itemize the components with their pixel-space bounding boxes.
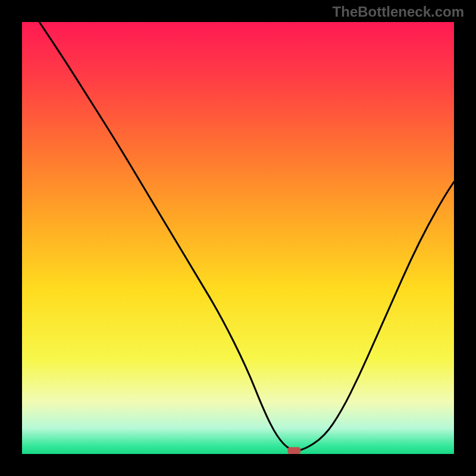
plot-background: [22, 22, 454, 454]
plot-svg: [22, 22, 454, 454]
chart-stage: { "watermark": "TheBottleneck.com", "col…: [0, 0, 476, 476]
watermark-text: TheBottleneck.com: [333, 4, 464, 20]
optimal-point-marker: [287, 447, 300, 454]
